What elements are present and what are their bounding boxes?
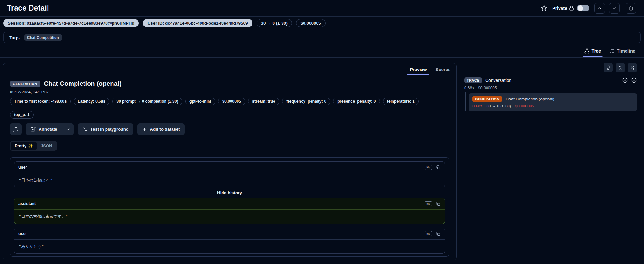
top-bar: Trace Detail Private <box>0 0 644 17</box>
fold-vertical-icon <box>618 65 623 70</box>
delete-trace-button[interactable] <box>626 3 636 14</box>
tab-tree[interactable]: Tree <box>580 45 605 57</box>
generation-cost: $0.000005 <box>515 104 534 108</box>
model-badge: gpt-4o-mini <box>185 98 215 105</box>
message-header: user <box>14 162 445 173</box>
annotate-split-button: Annotate <box>26 123 74 135</box>
next-trace-button[interactable] <box>609 3 620 14</box>
collapse-all-button[interactable] <box>616 63 625 72</box>
cost-badge: $0.000005 <box>296 19 326 27</box>
annotate-button[interactable]: Annotate <box>26 123 62 135</box>
frequency-penalty-badge: frequency_penalty: 0 <box>282 98 330 105</box>
observation-actions: Annotate Test in playground Add to datas… <box>10 123 456 135</box>
playground-label: Test in playground <box>91 127 129 132</box>
latency-badge: Latency: 0.68s <box>74 98 109 105</box>
markdown-toggle-icon[interactable] <box>425 231 432 236</box>
comment-bubble-icon <box>13 127 18 132</box>
tab-timeline[interactable]: Timeline <box>605 45 640 57</box>
tags-section: Tags Chat Competition <box>3 32 641 43</box>
timeline-icon <box>609 48 614 54</box>
collapse-node-button[interactable] <box>631 77 637 83</box>
markdown-toggle-icon[interactable] <box>425 201 432 206</box>
pretty-label: Pretty <box>15 143 26 148</box>
trash-icon <box>629 6 633 11</box>
generation-tokens: 30 → 0 (Σ 30) <box>487 104 511 108</box>
hide-history-toggle[interactable]: Hide history <box>14 187 445 198</box>
format-toggle: Pretty ✨ JSON <box>10 141 57 151</box>
message-header: assistant <box>14 198 445 210</box>
add-to-dataset-label: Add to dataset <box>150 127 180 132</box>
percent-icon <box>630 65 635 70</box>
view-tabs: Tree Timeline <box>0 45 644 58</box>
toggle-knob <box>578 5 583 11</box>
public-toggle[interactable] <box>577 5 589 11</box>
tab-scores-label: Scores <box>435 67 450 72</box>
playground-button[interactable]: Test in playground <box>78 123 134 135</box>
copy-icon[interactable] <box>436 202 441 206</box>
generation-type-badge: GENERATION <box>10 81 40 87</box>
observation-title-row: GENERATION Chat Completion (openai) <box>10 80 456 87</box>
sparkles-icon: ✨ <box>28 143 33 148</box>
observation-badges: Time to first token: -498.00s Latency: 0… <box>10 98 449 119</box>
copy-icon[interactable] <box>436 231 441 236</box>
tab-scores[interactable]: Scores <box>431 63 455 75</box>
generation-node-title: Chat Completion (openai) <box>506 97 555 101</box>
message-user-1: user "日本の首都は? " <box>14 161 445 187</box>
ttft-badge: Time to first token: -498.00s <box>10 98 71 105</box>
format-json[interactable]: JSON <box>37 142 56 150</box>
token-usage-badge: 30 → 0 (Σ 30) <box>257 19 292 27</box>
expand-node-button[interactable] <box>622 77 628 83</box>
bookmark-star-icon[interactable] <box>541 5 547 11</box>
tree-controls <box>459 63 637 72</box>
prev-trace-button[interactable] <box>594 3 605 14</box>
comments-button[interactable] <box>10 123 22 135</box>
tab-preview[interactable]: Preview <box>405 63 431 75</box>
message-assistant: assistant "日本の首都は東京です。" <box>14 198 445 224</box>
tag-chip[interactable]: Chat Competition <box>24 34 62 41</box>
show-metrics-button[interactable] <box>628 63 637 72</box>
trace-root-row[interactable]: TRACE Conversation <box>459 77 637 83</box>
trace-metrics: 0.68s $0.000005 <box>459 86 637 90</box>
add-to-dataset-button[interactable]: Add to dataset <box>137 123 185 135</box>
temperature-badge: temperature: 1 <box>383 98 419 105</box>
tab-tree-label: Tree <box>592 48 601 54</box>
trace-tree-sidebar: TRACE Conversation 0.68s $0.000005 GENER… <box>459 63 637 111</box>
trace-type-badge: TRACE <box>464 77 482 83</box>
session-badge[interactable]: Session: 01aaacf6-e0fe-457d-a7de-7c1ee08… <box>3 19 139 27</box>
markdown-toggle-icon[interactable] <box>425 165 432 170</box>
message-content: "ありがとう" <box>14 240 445 253</box>
copy-icon[interactable] <box>436 165 441 170</box>
user-id-badge[interactable]: User ID: dc47a41e-06bc-400d-bde1-f0e440d… <box>143 19 252 27</box>
format-pretty[interactable]: Pretty ✨ <box>11 142 37 150</box>
annotate-dropdown-button[interactable] <box>62 123 74 135</box>
plus-icon <box>142 127 147 132</box>
stream-badge: stream: true <box>248 98 279 105</box>
lock-icon <box>569 6 574 11</box>
top-p-badge: top_p: 1 <box>10 111 34 119</box>
trace-latency: 0.68s <box>464 86 474 90</box>
meta-badges-row: Session: 01aaacf6-e0fe-457d-a7de-7c1ee08… <box>3 19 641 27</box>
presence-penalty-badge: presence_penalty: 0 <box>333 98 380 105</box>
message-role: assistant <box>18 202 36 206</box>
obs-cost-badge: $0.000005 <box>218 98 245 105</box>
observation-panel: Preview Scores GENERATION Chat Completio… <box>3 63 457 260</box>
messages-container: user "日本の首都は? " Hide history assistant <box>10 157 449 257</box>
trace-title: Conversation <box>485 78 512 83</box>
show-scores-button[interactable] <box>604 63 613 72</box>
terminal-icon <box>83 127 88 132</box>
prompt-completion-badge: 30 prompt → 0 completion (Σ 30) <box>112 98 182 105</box>
message-role: user <box>18 165 27 170</box>
message-content: "日本の首都は? " <box>14 173 445 187</box>
chevron-down-icon <box>66 127 70 131</box>
message-content: "日本の首都は東京です。" <box>14 210 445 224</box>
tags-label: Tags <box>9 35 20 40</box>
chevron-down-icon <box>612 6 617 11</box>
generation-latency: 0.68s <box>472 104 482 108</box>
panel-tabs: Preview Scores <box>405 63 455 75</box>
trace-cost: $0.000005 <box>478 86 497 90</box>
minus-circle-icon <box>631 77 637 83</box>
generation-node-selected[interactable]: GENERATION Chat Completion (openai) 0.68… <box>469 93 637 111</box>
json-label: JSON <box>41 143 52 148</box>
annotate-label: Annotate <box>39 127 57 132</box>
observation-timestamp: 02/12/2024, 14:11:37 <box>10 90 456 94</box>
